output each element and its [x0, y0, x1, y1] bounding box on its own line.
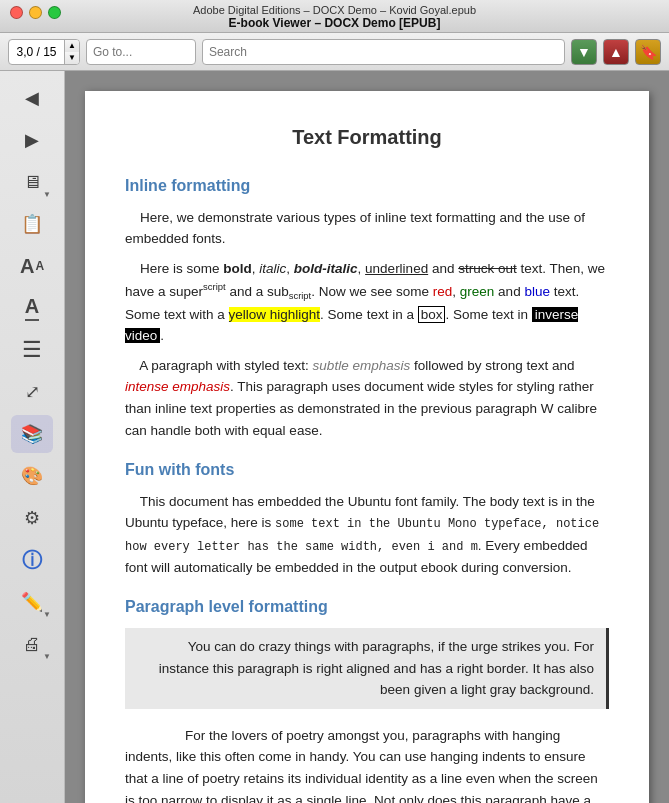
close-button[interactable]: [10, 6, 23, 19]
forward-icon: ▶: [25, 129, 39, 151]
inline-para-2: Here is some bold, italic, bold-italic, …: [125, 258, 609, 347]
dropdown-arrow-icon: ▼: [43, 190, 51, 199]
content-scroll[interactable]: Text Formatting Inline formatting Here, …: [65, 71, 669, 803]
pen-icon: ✏️: [21, 591, 43, 613]
fonts-para-1: This document has embedded the Ubuntu fo…: [125, 491, 609, 579]
print-icon: 🖨: [23, 634, 41, 655]
search-input[interactable]: [209, 45, 558, 59]
font-size-icon: A: [25, 295, 39, 321]
info-button[interactable]: ⓘ: [11, 541, 53, 579]
subscript-text: script: [289, 291, 312, 302]
font-small-button[interactable]: A: [11, 289, 53, 327]
info-icon: ⓘ: [22, 547, 42, 574]
book-page: Text Formatting Inline formatting Here, …: [85, 91, 649, 803]
section-heading-inline: Inline formatting: [125, 173, 609, 199]
monitor-button[interactable]: 🖥 ▼: [11, 163, 53, 201]
nav-arrows: ▲ ▼: [64, 40, 79, 64]
list-icon: ☰: [22, 337, 42, 363]
pen-button[interactable]: ✏️ ▼: [11, 583, 53, 621]
page-input[interactable]: 3,0 / 15: [9, 43, 64, 61]
green-text: green: [460, 284, 495, 299]
back-button[interactable]: ◀: [11, 79, 53, 117]
bookmarks-list-icon: 📚: [21, 423, 43, 445]
title-bar: Adobe Digital Editions – DOCX Demo – Kov…: [0, 0, 669, 33]
page-down-arrow[interactable]: ▼: [65, 52, 79, 64]
color-icon: 🎨: [21, 465, 43, 487]
minimize-button[interactable]: [29, 6, 42, 19]
intense-emphasis-text: intense emphasis: [125, 379, 230, 394]
italic-text: italic: [259, 261, 286, 276]
page-navigation: 3,0 / 15 ▲ ▼: [8, 39, 80, 65]
search-container[interactable]: [202, 39, 565, 65]
poetry-para: For the lovers of poetry amongst you, pa…: [125, 725, 609, 803]
list-button[interactable]: ☰: [11, 331, 53, 369]
page-title: Text Formatting: [125, 121, 609, 153]
font-small-icon: A: [35, 259, 44, 273]
color-button[interactable]: 🎨: [11, 457, 53, 495]
inline-para-1: Here, we demonstrate various types of in…: [125, 207, 609, 250]
right-aligned-paragraph: You can do crazy things with paragraphs,…: [125, 628, 609, 709]
inline-para-3: A paragraph with styled text: subtle emp…: [125, 355, 609, 441]
pen-dropdown-icon: ▼: [43, 610, 51, 619]
print-button[interactable]: 🖨 ▼: [11, 625, 53, 663]
font-large-icon: A: [20, 255, 34, 278]
content-wrapper: Text Formatting Inline formatting Here, …: [65, 71, 669, 803]
bold-text: bold: [223, 261, 252, 276]
monitor-icon: 🖥: [23, 172, 41, 193]
strikethrough-text: struck out: [458, 261, 517, 276]
boxed-text: box: [418, 306, 446, 323]
toc-icon: 📋: [21, 213, 43, 235]
toc-button[interactable]: 📋: [11, 205, 53, 243]
filter-red-button[interactable]: ▲: [603, 39, 629, 65]
forward-button[interactable]: ▶: [11, 121, 53, 159]
filter-green-button[interactable]: ▼: [571, 39, 597, 65]
expand-icon: ⤢: [25, 381, 40, 403]
bookmark-toolbar-button[interactable]: 🔖: [635, 39, 661, 65]
expand-button[interactable]: ⤢: [11, 373, 53, 411]
section-heading-paragraph: Paragraph level formatting: [125, 594, 609, 620]
bookmarks-list-button[interactable]: 📚: [11, 415, 53, 453]
goto-input[interactable]: [86, 39, 196, 65]
window-title: E-book Viewer – DOCX Demo [EPUB]: [0, 16, 669, 30]
font-large-button[interactable]: A A: [11, 247, 53, 285]
blue-text: blue: [524, 284, 550, 299]
print-dropdown-icon: ▼: [43, 652, 51, 661]
toolbar: 3,0 / 15 ▲ ▼ ▼ ▲ 🔖: [0, 33, 669, 71]
section-heading-fonts: Fun with fonts: [125, 457, 609, 483]
mono-text-1: some text in the Ubuntu Mono typeface, n…: [125, 517, 599, 553]
settings-button[interactable]: ⚙: [11, 499, 53, 537]
app-title: Adobe Digital Editions – DOCX Demo – Kov…: [0, 4, 669, 16]
subtle-emphasis-text: subtle emphasis: [313, 358, 411, 373]
maximize-button[interactable]: [48, 6, 61, 19]
underline-text: underlined: [365, 261, 428, 276]
red-text: red: [433, 284, 453, 299]
yellow-highlight-text: yellow highlight: [229, 307, 321, 322]
back-icon: ◀: [25, 87, 39, 109]
settings-icon: ⚙: [24, 507, 40, 529]
sidebar: ◀ ▶ 🖥 ▼ 📋 A A A ☰ ⤢: [0, 71, 65, 803]
page-up-arrow[interactable]: ▲: [65, 40, 79, 52]
superscript-text: script: [203, 281, 226, 292]
bold-italic-text: bold-italic: [294, 261, 358, 276]
inverse-text: inverse video: [125, 307, 578, 344]
